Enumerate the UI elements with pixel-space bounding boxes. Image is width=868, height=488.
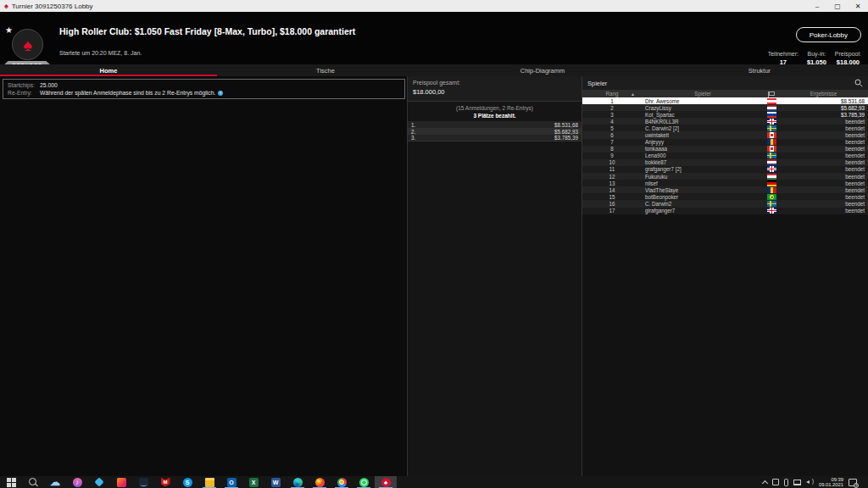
- player-result: $5.682,93: [779, 105, 868, 111]
- taskbar-amazonmusic-icon[interactable]: [88, 476, 110, 488]
- taskbar-skype-icon[interactable]: S: [176, 476, 198, 488]
- taskbar-clock[interactable]: 09:39 09.01.2021: [819, 477, 843, 488]
- taskbar-primephotos-icon[interactable]: [110, 476, 132, 488]
- player-result: $3.785,39: [779, 112, 868, 118]
- tab-home[interactable]: Home: [0, 64, 217, 76]
- taskbar-explorer-icon[interactable]: [198, 476, 220, 488]
- table-row[interactable]: 8tonkaaaabeendet: [582, 146, 868, 152]
- stat-label: Buy-in:: [807, 51, 826, 57]
- player-result: beendet: [779, 159, 868, 165]
- primevideo-icon: [139, 478, 148, 487]
- close-button[interactable]: ✕: [848, 0, 868, 12]
- table-row[interactable]: 12Fukurukubeendet: [582, 173, 868, 180]
- tab-tische[interactable]: Tische: [217, 64, 434, 76]
- taskbar-icons: ☁♪MSOXW♠: [0, 476, 759, 488]
- table-row[interactable]: 17girafganger7beendet: [582, 208, 868, 214]
- network-icon[interactable]: [793, 480, 801, 485]
- window-titlebar: ♠ Turnier 3091250376 Lobby – ▢ ✕: [0, 0, 868, 12]
- maximize-button[interactable]: ▢: [827, 0, 848, 12]
- stat-label: Preispool:: [835, 51, 861, 57]
- player-rank: 2: [582, 105, 642, 111]
- players-table-header: Rang Spieler Ergebnisse ▲: [582, 90, 868, 97]
- player-name: tonkaaaa: [642, 146, 764, 152]
- taskbar-pokerstars-icon[interactable]: ♠: [375, 476, 397, 488]
- table-row[interactable]: 11grafganger7 [2]beendet: [582, 166, 868, 173]
- mcafee-icon: M: [161, 478, 170, 487]
- edge-icon: [293, 478, 303, 487]
- taskbar-icloud-icon[interactable]: ☁: [44, 476, 66, 488]
- player-rank: 1: [582, 98, 642, 104]
- column-player[interactable]: Spieler: [642, 91, 764, 97]
- tournament-title: High Roller Club: $1.050 Fast Friday [8-…: [59, 26, 355, 36]
- player-name: Dhr. Awesome: [642, 98, 764, 104]
- startchips-value: 25.000: [40, 82, 58, 88]
- flag-column-icon[interactable]: [769, 92, 775, 96]
- taskbar-excel-icon[interactable]: X: [242, 476, 264, 488]
- table-row[interactable]: 15botBeonpokerbeendet: [582, 193, 868, 200]
- taskbar-mcafee-icon[interactable]: M: [154, 476, 176, 488]
- minimize-button[interactable]: –: [807, 0, 827, 12]
- player-rank: 7: [582, 139, 642, 145]
- player-name: uwintakeit: [642, 132, 764, 138]
- column-results[interactable]: Ergebnisse: [779, 91, 868, 97]
- canada-flag-icon: [767, 146, 776, 152]
- taskbar-word-icon[interactable]: W: [264, 476, 287, 488]
- prizepool-label: Preispool gesamt:: [413, 80, 576, 86]
- firefox-icon: [315, 478, 325, 487]
- player-rank: 12: [582, 174, 642, 180]
- player-name: bokkie87: [642, 159, 764, 165]
- primephotos-icon: [117, 478, 126, 487]
- player-result: beendet: [779, 208, 868, 214]
- excel-icon: X: [249, 478, 259, 487]
- favorite-star-icon[interactable]: ★: [5, 25, 13, 35]
- taskbar-firefox-icon[interactable]: [309, 476, 331, 488]
- tab-chip-diagramm[interactable]: Chip-Diagramm: [434, 64, 651, 76]
- player-name: grafganger7 [2]: [642, 166, 764, 172]
- taskbar-chrome-icon[interactable]: [331, 476, 353, 488]
- tournament-lobby-window: ♠ Turnier 3091250376 Lobby – ▢ ✕ ★ ♠ BEE…: [0, 0, 868, 488]
- player-result: beendet: [779, 187, 868, 193]
- your-phone-icon[interactable]: [784, 479, 788, 486]
- hidden-icons-chevron-icon[interactable]: [762, 480, 767, 485]
- players-panel: Spieler Rang Spieler Ergebnisse ▲ 1Dhr. …: [582, 76, 868, 476]
- taskbar-whatsapp-icon[interactable]: [353, 476, 375, 488]
- pokerstars-icon: ♠: [381, 478, 391, 487]
- table-row[interactable]: 16C. Darwin2beendet: [582, 200, 868, 207]
- poker-lobby-button[interactable]: Poker-Lobby: [796, 27, 861, 42]
- payout-table: 1.$8.531,682.$5.682,933.$3.785,39: [408, 121, 581, 141]
- table-row[interactable]: 10bokkie87beendet: [582, 159, 868, 166]
- table-row[interactable]: 13nilsefbeendet: [582, 180, 868, 186]
- table-row[interactable]: 1Dhr. Awesome$8.531,68: [582, 97, 868, 104]
- table-row[interactable]: 2CrazyLissy$5.682,93: [582, 104, 868, 111]
- taskbar-outlook-icon[interactable]: O: [220, 476, 242, 488]
- taskbar-search-icon[interactable]: [22, 476, 44, 488]
- tray-app-icon[interactable]: [772, 479, 779, 485]
- table-row[interactable]: 4B4NKR0LL3Rbeendet: [582, 118, 868, 125]
- payout-row: 3.$3.785,39: [408, 135, 581, 141]
- player-name: C. Darwin2: [642, 201, 764, 207]
- taskbar-itunes-icon[interactable]: ♪: [66, 476, 88, 488]
- tab-struktur[interactable]: Struktur: [651, 64, 868, 76]
- table-row[interactable]: 9Lena900beendet: [582, 152, 868, 159]
- table-row[interactable]: 14VladTheSlayebeendet: [582, 186, 868, 193]
- action-center-icon[interactable]: 1: [849, 479, 857, 486]
- search-icon[interactable]: [854, 79, 863, 87]
- sort-ascending-icon[interactable]: ▲: [631, 90, 635, 97]
- uk-flag-icon: [767, 119, 776, 125]
- table-row[interactable]: 3Kot_Spartac$3.785,39: [582, 111, 868, 118]
- taskbar-primevideo-icon[interactable]: [132, 476, 154, 488]
- volume-icon[interactable]: [806, 479, 814, 485]
- tab-label: Chip-Diagramm: [520, 67, 565, 75]
- canada-flag-icon: [767, 132, 776, 138]
- table-row[interactable]: 6uwintakeitbeendet: [582, 131, 868, 138]
- taskbar-start-icon[interactable]: [0, 476, 22, 488]
- table-row[interactable]: 7Anjeyyybeendet: [582, 139, 868, 146]
- player-rank: 16: [582, 201, 642, 207]
- taskbar-edge-icon[interactable]: [287, 476, 309, 488]
- table-row[interactable]: 5C. Darwin2 [2]beendet: [582, 125, 868, 131]
- player-rank: 3: [582, 112, 642, 118]
- info-icon[interactable]: i: [218, 91, 223, 96]
- brazil-flag-icon: [767, 194, 776, 200]
- russia-flag-icon: [767, 112, 776, 118]
- payout-place: 2.: [411, 129, 415, 135]
